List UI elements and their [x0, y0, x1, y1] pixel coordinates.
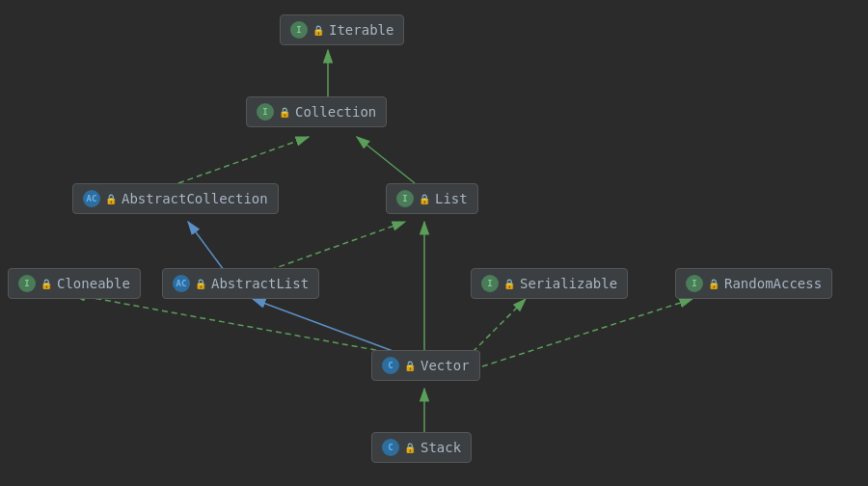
label-iterable: Iterable: [329, 22, 393, 38]
lock-icon-stack: 🔒: [404, 443, 416, 453]
connections-svg: [0, 0, 868, 486]
badge-abstractcollection: AC: [83, 190, 100, 207]
svg-line-9: [253, 299, 395, 352]
node-abstractcollection: AC 🔒 AbstractCollection: [72, 183, 279, 214]
label-randomaccess: RandomAccess: [724, 276, 822, 291]
svg-line-6: [188, 222, 224, 270]
label-vector: Vector: [420, 358, 470, 373]
label-serializable: Serializable: [520, 276, 617, 291]
node-stack: C 🔒 Stack: [371, 432, 472, 463]
label-cloneable: Cloneable: [57, 276, 130, 291]
node-randomaccess: I 🔒 RandomAccess: [675, 268, 832, 299]
badge-collection: I: [257, 103, 274, 121]
lock-icon-serializable: 🔒: [503, 279, 515, 289]
label-list: List: [435, 191, 468, 206]
lock-icon-collection: 🔒: [279, 107, 290, 118]
svg-line-8: [72, 294, 386, 352]
node-collection: I 🔒 Collection: [246, 96, 387, 127]
badge-serializable: I: [481, 275, 499, 292]
node-abstractlist: AC 🔒 AbstractList: [162, 268, 319, 299]
label-abstractlist: AbstractList: [211, 276, 309, 291]
lock-icon-randomaccess: 🔒: [708, 279, 719, 289]
svg-line-4: [178, 137, 309, 183]
lock-icon-abstractlist: 🔒: [195, 279, 206, 289]
badge-stack: C: [382, 439, 399, 456]
svg-line-7: [270, 222, 405, 270]
svg-line-11: [473, 299, 526, 352]
label-abstractcollection: AbstractCollection: [122, 191, 268, 206]
badge-abstractlist: AC: [173, 275, 190, 292]
lock-icon-cloneable: 🔒: [41, 279, 52, 289]
svg-line-12: [482, 299, 692, 366]
label-collection: Collection: [295, 104, 376, 120]
lock-icon-abstractcollection: 🔒: [105, 194, 117, 204]
badge-cloneable: I: [18, 275, 36, 292]
badge-randomaccess: I: [686, 275, 703, 292]
node-serializable: I 🔒 Serializable: [471, 268, 628, 299]
node-cloneable: I 🔒 Cloneable: [8, 268, 141, 299]
node-list: I 🔒 List: [386, 183, 478, 214]
badge-iterable: I: [290, 21, 308, 39]
badge-vector: C: [382, 357, 399, 374]
lock-icon-iterable: 🔒: [312, 25, 324, 36]
label-stack: Stack: [420, 440, 461, 455]
lock-icon-list: 🔒: [419, 194, 430, 204]
svg-line-5: [357, 137, 415, 183]
diagram-container: I 🔒 Iterable I 🔒 Collection AC 🔒 Abstrac…: [0, 0, 868, 486]
node-iterable: I 🔒 Iterable: [280, 14, 404, 45]
lock-icon-vector: 🔒: [404, 361, 416, 371]
node-vector: C 🔒 Vector: [371, 350, 480, 381]
badge-list: I: [396, 190, 414, 207]
